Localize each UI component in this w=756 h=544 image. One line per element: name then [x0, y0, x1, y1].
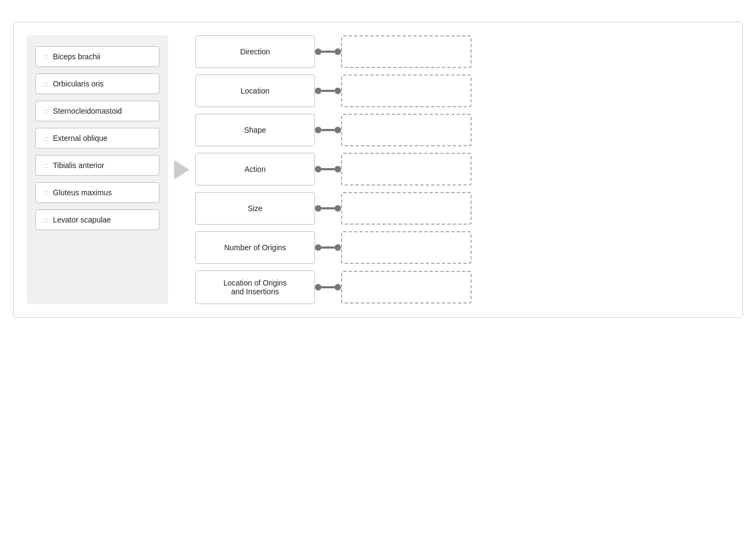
- muscle-label: Biceps brachii: [53, 52, 100, 61]
- connector-line: [321, 129, 334, 131]
- drag-handle: ::: [44, 107, 48, 115]
- connector-left-circle: [315, 284, 321, 290]
- draggable-item-sternocleidomastoid[interactable]: ::Sternocleidomastoid: [35, 101, 159, 121]
- drag-handle: ::: [44, 162, 48, 170]
- criteria-box-shape: Shape: [195, 114, 315, 146]
- connector-location_origins: [315, 284, 341, 290]
- drag-handle: ::: [44, 134, 48, 143]
- draggable-item-external_oblique[interactable]: ::External oblique: [35, 128, 159, 149]
- connector-num_origins: [315, 244, 341, 251]
- muscle-label: Orbicularis oris: [53, 79, 103, 88]
- connector-location: [315, 88, 341, 94]
- right-panel: Direction Location Shape Action Size: [195, 35, 729, 304]
- muscle-label: Sternocleidomastoid: [53, 107, 122, 115]
- criteria-box-num_origins: Number of Origins: [195, 231, 315, 264]
- connector-line: [321, 90, 334, 92]
- criteria-box-location_origins: Location of Origins and Insertions: [195, 270, 315, 304]
- criteria-row-num_origins: Number of Origins: [195, 231, 729, 264]
- criteria-row-location_origins: Location of Origins and Insertions: [195, 270, 729, 304]
- connector-right-circle: [334, 88, 341, 94]
- draggable-item-gluteus[interactable]: ::Gluteus maximus: [35, 182, 159, 203]
- drop-zone-shape[interactable]: [341, 114, 472, 146]
- left-panel: ::Biceps brachii::Orbicularis oris::Ster…: [27, 35, 168, 304]
- connector-inner: [315, 88, 341, 94]
- criteria-box-location: Location: [195, 75, 315, 107]
- drop-zone-size[interactable]: [341, 192, 472, 225]
- connector-left-circle: [315, 127, 321, 133]
- drop-zone-location[interactable]: [341, 75, 472, 107]
- criteria-row-action: Action: [195, 153, 729, 186]
- connector-line: [321, 207, 334, 209]
- criteria-row-shape: Shape: [195, 114, 729, 146]
- connector-inner: [315, 48, 341, 55]
- connector-right-circle: [334, 166, 341, 172]
- criteria-box-direction: Direction: [195, 35, 315, 68]
- arrow-separator: [168, 35, 195, 304]
- connector-right-circle: [334, 284, 341, 290]
- criteria-row-size: Size: [195, 192, 729, 225]
- connector-line: [321, 246, 334, 249]
- drag-handle: ::: [44, 53, 48, 61]
- drop-zone-action[interactable]: [341, 153, 472, 186]
- connector-inner: [315, 284, 341, 290]
- connector-inner: [315, 166, 341, 172]
- drop-zone-direction[interactable]: [341, 35, 472, 68]
- connector-action: [315, 166, 341, 172]
- drag-handle: ::: [44, 216, 48, 224]
- connector-line: [321, 168, 334, 170]
- muscle-label: Tibialis anterior: [53, 161, 104, 170]
- draggable-item-levator[interactable]: ::Levator scapulae: [35, 209, 159, 230]
- criteria-row-direction: Direction: [195, 35, 729, 68]
- criteria-box-size: Size: [195, 192, 315, 225]
- connector-right-circle: [334, 48, 341, 55]
- connector-left-circle: [315, 166, 321, 172]
- drag-handle: ::: [44, 80, 48, 88]
- connector-inner: [315, 127, 341, 133]
- draggable-item-orbicularis[interactable]: ::Orbicularis oris: [35, 73, 159, 94]
- connector-inner: [315, 205, 341, 212]
- drag-handle: ::: [44, 189, 48, 197]
- connector-size: [315, 205, 341, 212]
- drop-zone-num_origins[interactable]: [341, 231, 472, 264]
- connector-right-circle: [334, 244, 341, 251]
- criteria-row-location: Location: [195, 75, 729, 107]
- connector-line: [321, 51, 334, 53]
- muscle-label: External oblique: [53, 134, 107, 143]
- connector-left-circle: [315, 244, 321, 251]
- connector-inner: [315, 244, 341, 251]
- exercise-container: ::Biceps brachii::Orbicularis oris::Ster…: [13, 22, 743, 318]
- muscle-label: Levator scapulae: [53, 215, 111, 224]
- drop-zone-location_origins[interactable]: [341, 271, 472, 304]
- connector-right-circle: [334, 127, 341, 133]
- connector-right-circle: [334, 205, 341, 212]
- connector-left-circle: [315, 88, 321, 94]
- muscle-label: Gluteus maximus: [53, 188, 111, 197]
- connector-direction: [315, 48, 341, 55]
- connector-shape: [315, 127, 341, 133]
- connector-left-circle: [315, 48, 321, 55]
- criteria-box-action: Action: [195, 153, 315, 186]
- draggable-item-biceps[interactable]: ::Biceps brachii: [35, 46, 159, 67]
- connector-line: [321, 286, 334, 288]
- arrow-shape: [174, 160, 189, 180]
- draggable-item-tibialis[interactable]: ::Tibialis anterior: [35, 155, 159, 176]
- connector-left-circle: [315, 205, 321, 212]
